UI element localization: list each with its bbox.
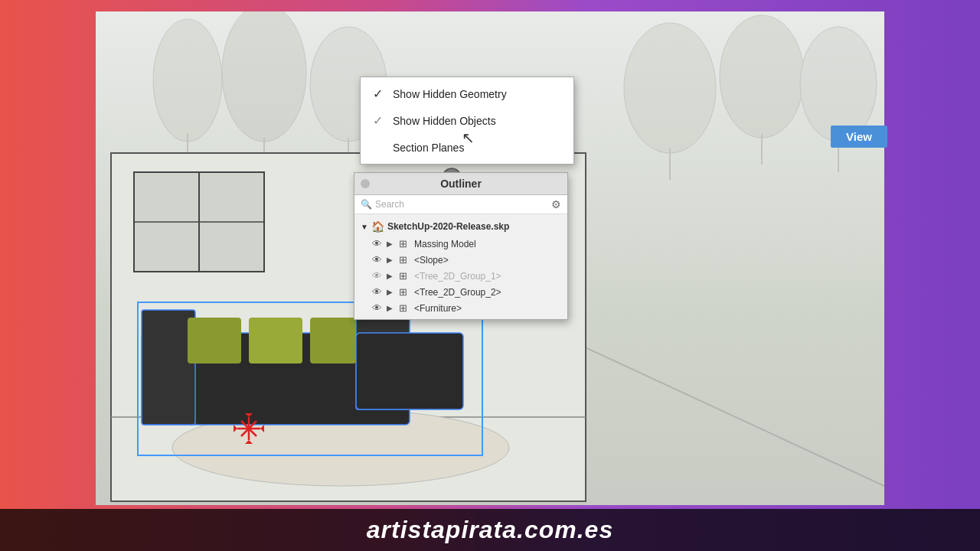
view-menu-button[interactable]: View bbox=[831, 126, 887, 148]
section-planes-item[interactable]: ✓ Section Planes bbox=[361, 134, 573, 161]
settings-icon[interactable]: ⚙ bbox=[551, 198, 561, 210]
eye-faded-icon-tree1: 👁 bbox=[370, 270, 384, 282]
show-hidden-objects-label: Show Hidden Objects bbox=[393, 115, 496, 127]
section-planes-label: Section Planes bbox=[393, 142, 464, 154]
search-placeholder: Search bbox=[375, 199, 548, 210]
tree-2d-1-label: <Tree_2D_Group_1> bbox=[414, 271, 501, 282]
eye-icon-tree2: 👁 bbox=[370, 286, 384, 298]
expand-arrow-tree1: ▶ bbox=[387, 272, 396, 280]
expand-arrow-massing: ▶ bbox=[387, 240, 396, 248]
outliner-title: Outliner bbox=[440, 178, 482, 190]
grid-icon-tree2: ⊞ bbox=[399, 286, 411, 298]
grid-icon-furniture: ⊞ bbox=[399, 302, 411, 314]
grid-icon-tree1: ⊞ bbox=[399, 270, 411, 282]
outliner-file-row: ▼ 🏠 SketchUp-2020-Release.skp bbox=[354, 217, 567, 236]
grid-icon-slope: ⊞ bbox=[399, 254, 411, 266]
outliner-search-bar[interactable]: 🔍 Search ⚙ bbox=[354, 195, 567, 214]
eye-icon-slope: 👁 bbox=[370, 254, 384, 266]
check-solid-icon: ✓ bbox=[373, 86, 387, 101]
expand-arrow-furniture: ▶ bbox=[387, 304, 396, 312]
expand-arrow-tree2: ▶ bbox=[387, 288, 396, 296]
watermark-bar: artistapirata.com.es bbox=[0, 509, 980, 551]
eye-icon-massing: 👁 bbox=[370, 238, 384, 249]
show-hidden-geometry-item[interactable]: ✓ Show Hidden Geometry bbox=[361, 80, 573, 107]
furniture-label: <Furniture> bbox=[414, 303, 462, 314]
eye-icon-furniture: 👁 bbox=[370, 302, 384, 314]
massing-model-label: Massing Model bbox=[414, 239, 476, 249]
outliner-item-tree-2d-1[interactable]: 👁 ▶ ⊞ <Tree_2D_Group_1> bbox=[354, 268, 567, 284]
check-faint-icon: ✓ bbox=[373, 113, 387, 128]
file-name: SketchUp-2020-Release.skp bbox=[387, 221, 509, 232]
show-hidden-geometry-label: Show Hidden Geometry bbox=[393, 88, 507, 100]
expand-arrow-slope: ▶ bbox=[387, 256, 396, 264]
outliner-item-furniture[interactable]: 👁 ▶ ⊞ <Furniture> bbox=[354, 300, 567, 316]
file-icon: 🏠 bbox=[371, 220, 384, 233]
outliner-item-tree-2d-2[interactable]: 👁 ▶ ⊞ <Tree_2D_Group_2> bbox=[354, 284, 567, 300]
outliner-dot bbox=[361, 179, 370, 188]
search-icon: 🔍 bbox=[361, 199, 372, 210]
show-hidden-objects-item[interactable]: ✓ Show Hidden Objects bbox=[361, 107, 573, 134]
outliner-body: ▼ 🏠 SketchUp-2020-Release.skp 👁 ▶ ⊞ Mass… bbox=[354, 214, 567, 319]
slope-label: <Slope> bbox=[414, 255, 449, 266]
outliner-panel: Outliner 🔍 Search ⚙ ▼ 🏠 SketchUp-2020-Re… bbox=[354, 172, 568, 320]
tree-2d-2-label: <Tree_2D_Group_2> bbox=[414, 287, 501, 298]
watermark-text: artistapirata.com.es bbox=[367, 516, 613, 544]
outliner-header: Outliner bbox=[354, 173, 567, 195]
outliner-item-massing-model[interactable]: 👁 ▶ ⊞ Massing Model bbox=[354, 236, 567, 252]
collapse-icon: ▼ bbox=[361, 223, 368, 231]
outliner-item-slope[interactable]: 👁 ▶ ⊞ <Slope> bbox=[354, 252, 567, 268]
view-dropdown: ✓ Show Hidden Geometry ✓ Show Hidden Obj… bbox=[360, 77, 574, 165]
grid-icon-massing: ⊞ bbox=[399, 238, 411, 249]
